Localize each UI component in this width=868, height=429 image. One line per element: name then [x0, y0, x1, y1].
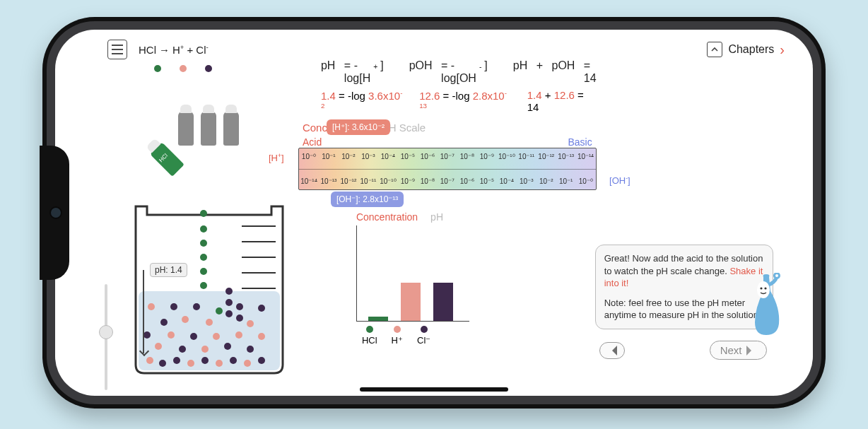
- right-panel: Great! Now add the acid to the solution …: [604, 59, 785, 379]
- ph-probe-icon[interactable]: [143, 270, 144, 353]
- reaction-h: H+: [172, 43, 184, 56]
- svg-point-47: [760, 287, 762, 289]
- svg-point-16: [236, 315, 243, 322]
- scale-tick: 10⁻⁷: [438, 153, 457, 160]
- scale-tick: 10⁻¹¹: [517, 153, 536, 160]
- svg-point-23: [216, 307, 223, 315]
- caret-up-icon: [707, 42, 722, 57]
- svg-point-30: [190, 333, 197, 340]
- svg-point-40: [187, 360, 194, 367]
- scale-tick: 10⁻⁸: [457, 153, 477, 160]
- app-content: HCl → H+ + Cl- Chapters ›: [55, 30, 813, 396]
- shaker-slot-2[interactable]: [201, 112, 216, 146]
- dot-hcl-icon: [154, 65, 161, 72]
- svg-point-10: [200, 268, 207, 275]
- beaker-area: pH: 1.4: [130, 201, 288, 376]
- svg-point-48: [764, 287, 766, 289]
- svg-point-22: [206, 319, 213, 326]
- shaker-slot-3[interactable]: [223, 112, 239, 146]
- svg-point-31: [201, 346, 209, 353]
- svg-point-36: [258, 333, 265, 340]
- legend-dot-hcl-icon: [366, 326, 373, 333]
- svg-point-45: [258, 357, 265, 364]
- legend-h: H⁺: [392, 335, 403, 346]
- bar-cl: [433, 283, 453, 321]
- scale-tick: 10⁻¹³: [556, 153, 576, 160]
- nav-buttons: Next: [599, 341, 767, 360]
- svg-point-33: [224, 343, 231, 350]
- dot-cl-icon: [205, 65, 212, 72]
- triangle-right-icon: [746, 346, 756, 355]
- svg-point-9: [200, 254, 207, 261]
- svg-point-27: [155, 343, 162, 350]
- svg-point-12: [225, 288, 233, 295]
- scale-basic-label: Basic: [568, 136, 592, 148]
- legend-dot-cl-icon: [421, 326, 428, 333]
- chevron-right-icon: ›: [780, 42, 785, 58]
- svg-point-11: [200, 282, 207, 289]
- reaction-arrow: →: [159, 44, 170, 56]
- bars-legend: HCl H⁺ Cl⁻: [362, 326, 597, 346]
- mid-panel: pH = -log[H+] pOH = -log[OH-] pH + pOH =…: [298, 59, 597, 379]
- ph-slider-knob[interactable]: [99, 325, 113, 339]
- scale-tick: 10⁻⁵: [477, 177, 497, 185]
- menu-button[interactable]: [107, 40, 127, 59]
- scale-strip[interactable]: 10⁻⁰10⁻¹10⁻²10⁻³10⁻⁴10⁻⁵10⁻⁶10⁻⁷10⁻⁸10⁻⁹…: [298, 148, 597, 190]
- bar-h: [401, 283, 421, 321]
- scale-tick: 10⁻⁹: [398, 177, 418, 185]
- svg-point-17: [148, 303, 155, 310]
- svg-point-21: [193, 303, 200, 310]
- svg-point-29: [179, 346, 186, 353]
- h-axis-label: [H+]: [269, 152, 284, 163]
- svg-point-34: [235, 331, 242, 339]
- oh-bubble: [OH⁻]: 2.8x10⁻¹³: [331, 192, 404, 207]
- formula-row: pH = -log[H+] pOH = -log[OH-] pH + pOH =…: [321, 59, 597, 85]
- chapters-nav[interactable]: Chapters ›: [707, 42, 785, 58]
- next-button[interactable]: Next: [710, 341, 767, 360]
- svg-point-35: [247, 346, 254, 353]
- bar-tab-ph[interactable]: pH: [430, 211, 443, 223]
- scale-tick: 10⁻¹³: [319, 177, 339, 185]
- svg-point-39: [173, 357, 180, 364]
- shaker-held[interactable]: HCl: [149, 141, 184, 176]
- phone-frame: HCl → H+ + Cl- Chapters ›: [42, 17, 826, 409]
- svg-point-20: [182, 316, 189, 323]
- svg-point-43: [230, 357, 237, 364]
- scale-tick: 10⁻⁰: [576, 177, 596, 185]
- svg-point-28: [168, 331, 175, 339]
- svg-point-19: [170, 303, 177, 310]
- dot-h-icon: [180, 65, 187, 72]
- scale-tick: 10⁻⁰: [299, 153, 319, 160]
- scale-tick: 10⁻²: [536, 177, 556, 185]
- beaker-icon[interactable]: [130, 201, 288, 376]
- svg-point-7: [200, 225, 207, 233]
- svg-point-18: [160, 319, 168, 326]
- svg-point-38: [159, 360, 166, 367]
- home-indicator: [360, 387, 508, 392]
- svg-point-8: [200, 240, 207, 247]
- scale-tick: 10⁻²: [339, 153, 358, 160]
- scale-tick: 10⁻¹⁰: [378, 177, 398, 185]
- svg-point-44: [244, 360, 251, 367]
- scale-tick: 10⁻⁴: [497, 177, 517, 185]
- scale-acid-label: Acid: [303, 136, 322, 148]
- mascot-icon: [749, 273, 786, 336]
- svg-point-6: [200, 210, 207, 217]
- next-label: Next: [720, 344, 742, 356]
- svg-point-26: [143, 331, 151, 339]
- svg-point-42: [216, 360, 223, 367]
- chapters-label: Chapters: [728, 43, 774, 56]
- left-panel: HCl pH: 1.4: [107, 59, 291, 379]
- scale-tick: 10⁻¹⁴: [299, 177, 319, 185]
- shaker-slot-1[interactable]: [178, 112, 194, 146]
- values-row: 1.4 = -log 3.6x10-2 12.6 = -log 2.8x10-1…: [321, 89, 597, 114]
- scale-tick: 10⁻³: [517, 177, 536, 185]
- reaction-cl: Cl-: [196, 43, 208, 56]
- phone-screen: HCl → H+ + Cl- Chapters ›: [55, 30, 813, 396]
- triangle-left-icon: [607, 346, 617, 355]
- legend-cl: Cl⁻: [417, 335, 430, 346]
- prev-button[interactable]: [599, 342, 625, 359]
- bar-tab-concentration[interactable]: Concentration: [356, 211, 418, 223]
- header: HCl → H+ + Cl- Chapters ›: [107, 40, 785, 59]
- legend-dots: [154, 65, 291, 72]
